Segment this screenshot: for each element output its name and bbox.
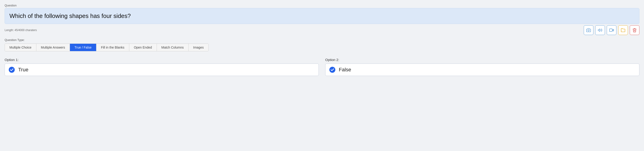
- tab-open-ended[interactable]: Open Ended: [129, 44, 157, 51]
- video-icon: [609, 28, 614, 32]
- tab-multiple-choice[interactable]: Multiple Choice: [5, 44, 36, 51]
- svg-point-0: [588, 30, 590, 31]
- svg-point-4: [9, 67, 15, 73]
- delete-button[interactable]: [630, 25, 640, 35]
- option2-group: Option 2: False: [325, 58, 640, 76]
- svg-point-5: [329, 67, 335, 73]
- audio-button[interactable]: [595, 25, 605, 35]
- camera-button[interactable]: [584, 25, 594, 35]
- option1-check-icon: [8, 66, 15, 73]
- option2-check-icon: [329, 66, 336, 73]
- option1-group: Option 1: True: [4, 58, 319, 76]
- tab-match-columns[interactable]: Match Columns: [157, 44, 188, 51]
- question-text[interactable]: Which of the following shapes has four s…: [4, 8, 640, 24]
- svg-rect-3: [610, 29, 612, 32]
- tab-true-false[interactable]: True / False: [70, 44, 96, 51]
- audio-icon: [598, 28, 602, 32]
- tab-images[interactable]: Images: [188, 44, 208, 51]
- question-label: Question: [4, 4, 640, 7]
- options-row: Option 1: True Option 2: False: [4, 58, 640, 76]
- trash-icon: [632, 28, 637, 32]
- option1-label: Option 1:: [4, 58, 319, 62]
- option1-text: True: [18, 67, 28, 73]
- tab-multiple-answers[interactable]: Multiple Answers: [36, 44, 70, 51]
- question-meta-row: Length: 45/4000 charaters: [4, 25, 640, 35]
- question-type-tabs: Multiple Choice Multiple Answers True / …: [4, 44, 208, 51]
- tab-fill-blanks[interactable]: Fill in the Blanks: [96, 44, 129, 51]
- question-type-label: Question Type:: [4, 38, 640, 42]
- camera-icon: [586, 28, 591, 32]
- svg-marker-2: [612, 29, 614, 31]
- option2-input-wrapper[interactable]: False: [325, 64, 640, 76]
- char-count: Length: 45/4000 charaters: [4, 28, 37, 32]
- option2-text: False: [339, 67, 351, 73]
- svg-marker-1: [598, 29, 600, 32]
- folder-button[interactable]: [618, 25, 628, 35]
- video-button[interactable]: [607, 25, 616, 35]
- option1-input-wrapper[interactable]: True: [4, 64, 319, 76]
- toolbar-icons: [584, 25, 640, 35]
- folder-icon: [621, 28, 625, 32]
- option2-label: Option 2:: [325, 58, 640, 62]
